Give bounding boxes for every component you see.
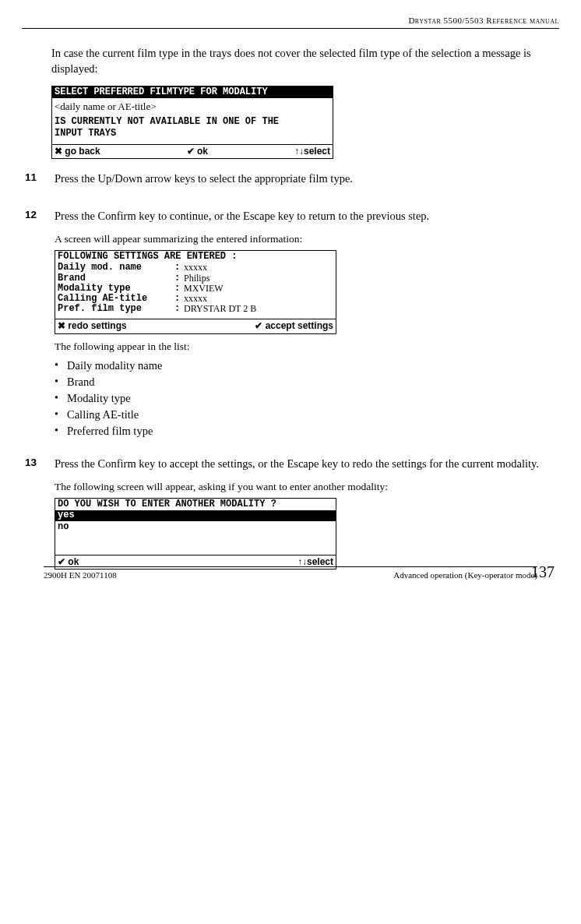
step-number: 11 (22, 171, 55, 196)
step-subtext: The following screen will appear, asking… (55, 481, 553, 493)
step-subtext: A screen will appear summarizing the ent… (55, 233, 553, 245)
list-intro: The following appear in the list: (55, 340, 553, 353)
list-item: Daily modality name (55, 358, 553, 374)
page-footer: 2900H EN 20071108 Advanced operation (Ke… (44, 566, 537, 580)
intro-paragraph: In case the current film type in the tra… (51, 46, 553, 76)
lcd-status-bar: ✖ go back ✔ ok ↑↓select (52, 144, 333, 158)
page: Drystar 5500/5503 Reference manual In ca… (0, 0, 581, 924)
lcd-row-value: xxxxx (184, 263, 333, 273)
list-item: Preferred film type (55, 423, 553, 439)
step-12: 12 Press the Confirm key to continue, or… (51, 209, 553, 444)
lcd-status-bar: ✖ redo settings ✔ accept settings (55, 319, 336, 333)
lcd-row: Daily mod. name : xxxxx (55, 263, 336, 273)
footer-section: Advanced operation (Key-operator mode) (393, 570, 537, 580)
redo-settings-action: ✖ redo settings (58, 321, 127, 331)
content-area: In case the current film type in the tra… (22, 46, 559, 574)
step-13: 13 Press the Confirm key to accept the s… (51, 457, 553, 574)
lcd-row-value: DRYSTAR DT 2 B (184, 304, 333, 314)
lcd-title: FOLLOWING SETTINGS ARE ENTERED : (55, 251, 336, 263)
step-number: 13 (22, 457, 55, 574)
go-back-action: ✖ go back (55, 146, 100, 157)
list-item: Brand (55, 374, 553, 390)
lcd-row-label: Brand (58, 273, 174, 284)
lcd-title: DO YOU WISH TO ENTER ANOTHER MODALITY ? (55, 499, 336, 510)
page-number: 137 (531, 563, 555, 581)
lcd-another-modality: DO YOU WISH TO ENTER ANOTHER MODALITY ? … (55, 498, 336, 570)
lcd-body-line1: IS CURRENTLY NOT AVAILABLE IN ONE OF THE (52, 116, 333, 128)
lcd-option: no (55, 521, 336, 533)
lcd-row-label: Daily mod. name (58, 263, 174, 273)
step-text: Press the Up/Down arrow keys to select t… (55, 171, 553, 187)
step-text: Press the Confirm key to continue, or th… (55, 209, 553, 224)
step-number: 12 (22, 209, 55, 444)
lcd-option-selected: yes (55, 510, 336, 520)
header-title: Drystar 5500/5503 Reference manual (22, 16, 559, 29)
lcd-filmtype-warning: SELECT PREFERRED FILMTYPE FOR MODALITY <… (51, 86, 333, 159)
lcd-title: SELECT PREFERRED FILMTYPE FOR MODALITY (52, 86, 333, 98)
lcd-row-label: Pref. film type (58, 304, 174, 314)
ok-action: ✔ ok (187, 146, 208, 157)
lcd-summary: FOLLOWING SETTINGS ARE ENTERED : Daily m… (55, 250, 336, 333)
select-action: ↑↓select (294, 146, 330, 157)
list-item: Modality type (55, 390, 553, 407)
lcd-row: Pref. film type : DRYSTAR DT 2 B (55, 304, 336, 314)
lcd-row-value: Philips (184, 273, 333, 284)
accept-settings-action: ✔ accept settings (255, 321, 333, 331)
lcd-body-line2: INPUT TRAYS (52, 128, 333, 139)
summary-list: Daily modality name Brand Modality type … (55, 358, 553, 439)
footer-doc-id: 2900H EN 20071108 (44, 570, 117, 580)
list-item: Calling AE-title (55, 407, 553, 423)
step-11: 11 Press the Up/Down arrow keys to selec… (51, 171, 553, 196)
lcd-placeholder: <daily name or AE-title> (52, 98, 333, 115)
lcd-row: Brand : Philips (55, 273, 336, 284)
step-text: Press the Confirm key to accept the sett… (55, 457, 553, 472)
